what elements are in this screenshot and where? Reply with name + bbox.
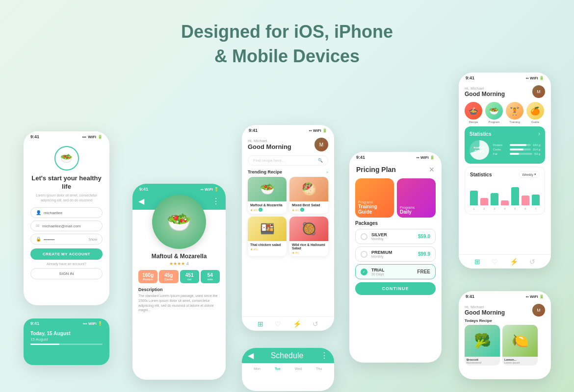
stats-activity-icon[interactable]: ⚡ (510, 258, 518, 266)
schedule-tue[interactable]: Tue (268, 366, 287, 372)
trial-period: 30 Days (371, 272, 417, 276)
heart-nav-icon[interactable]: ♡ (275, 320, 281, 328)
lemon-card[interactable]: 🍋 Lemon... Lorem ipsum (502, 325, 538, 366)
trial-name: TRIAL (371, 268, 417, 272)
food-stars: ★★★★ 4 (138, 261, 220, 266)
program-label: Program (485, 121, 503, 123)
show-password-button[interactable]: Show (88, 238, 97, 241)
today-title: Today, 15 August (30, 331, 103, 336)
lock-icon: 🔒 (36, 237, 41, 242)
stats-chart (470, 181, 540, 205)
schedule-title: Schedule (271, 351, 304, 360)
recipe-name-1: Maftoul & Mozarella (250, 203, 284, 207)
phone-schedule: ◀ Schedule ⋮ Mon Tue Wed Thu (242, 348, 334, 391)
premium-period: Monthly (371, 255, 418, 258)
schedule-thu[interactable]: Thu (310, 366, 328, 372)
trial-plan[interactable]: ✓ TRIAL 30 Days FREE (355, 264, 436, 279)
pricing-header: Pricing Plan ✕ (349, 161, 442, 178)
carbs-stat: 45g Carbs (159, 270, 178, 283)
weekly-filter[interactable]: Weekly ▾ (519, 171, 540, 178)
search-icon: 🔍 (318, 158, 323, 163)
morning2-avatar: M (532, 304, 545, 317)
login-icon: 🥗 (54, 146, 79, 171)
silver-radio[interactable] (361, 233, 367, 240)
recipe-avatar: M (314, 138, 328, 151)
phone-pricing: 9:41 ▪▪ WiFi 🔋 Pricing Plan ✕ Programs T… (349, 152, 442, 363)
premium-radio[interactable] (361, 251, 367, 258)
lemon-label: Lemon... Lorem ipsum (502, 357, 538, 366)
profile-nav-icon[interactable]: ↺ (313, 320, 318, 328)
close-button[interactable]: ✕ (429, 166, 435, 173)
nutrition-arrow[interactable]: › (538, 130, 540, 137)
category-guide[interactable]: 🍊 Guide (526, 102, 544, 123)
schedule-wed[interactable]: Wed (289, 366, 308, 372)
recipe-label: Recipe (465, 121, 482, 123)
lemon-img: 🍋 (502, 325, 538, 357)
email-field[interactable]: ✉ michaellee@mail.com (30, 220, 103, 231)
schedule-more-icon[interactable]: ⋮ (320, 351, 328, 360)
back-icon[interactable]: ◀ (138, 196, 144, 206)
daily-card[interactable]: Programs Daily (397, 178, 436, 218)
morning2-greeting: Hi, Michael (465, 305, 505, 309)
recipe-card-2[interactable]: 🥙 Mixed Best Salad ★ 4½ › (289, 177, 328, 214)
phone-details: 9:41 ▪▪ WiFi 🔋 ◀ Details ⋮ 🥗 Maftoul & M… (132, 184, 226, 380)
activity-nav-icon[interactable]: ⚡ (293, 320, 301, 328)
more-icon[interactable]: ⋮ (212, 196, 220, 206)
stats-categories: 🍲 Recipe 🥗 Program 🏋 Training 🍊 Guide (459, 100, 551, 126)
silver-name: SILVER (371, 232, 418, 237)
schedule-back-icon[interactable]: ◀ (248, 351, 254, 360)
card2-label: Programs (400, 206, 415, 209)
home-nav-icon[interactable]: ⊞ (258, 320, 263, 328)
continue-button[interactable]: CONTINUE (355, 282, 436, 295)
guide-label: Guide (526, 121, 544, 123)
recipe-name-4: Wild rice & Halloumi Salad (292, 243, 326, 250)
premium-plan[interactable]: PREMIUM Monthly $99.9 (355, 246, 436, 262)
recipe-card-4[interactable]: 🥘 Wild rice & Halloumi Salad ★ 4½ (289, 217, 328, 256)
stats-heart-icon[interactable]: ♡ (492, 258, 498, 266)
minutes-stat: 54 min (201, 270, 220, 283)
signin-button[interactable]: SIGN IN (30, 268, 103, 279)
silver-plan[interactable]: SILVER Monthly $59.0 (355, 229, 436, 244)
food-image: 🥗 (152, 195, 206, 249)
phone-stats: 9:41 ▪▪ WiFi 🔋 Hi, Michael Good Morning … (459, 73, 551, 269)
desc-text: The standard Lorem Ipsum passage, used s… (138, 294, 220, 313)
recipe-rating-3: ★ 4½ (250, 247, 284, 251)
silver-period: Monthly (371, 237, 418, 241)
recipe-card-1[interactable]: 🥗 Maftoul & Mozarella ★ 4½ › (248, 177, 287, 214)
training-label: Training (506, 121, 523, 123)
recipe-rating-2: ★ 4½ › (292, 208, 326, 212)
category-training[interactable]: 🏋 Training (506, 102, 523, 123)
schedule-mon[interactable]: Mon (248, 366, 266, 372)
protein-stat: 160g Protein (138, 270, 157, 283)
trial-radio[interactable]: ✓ (361, 269, 367, 275)
recipe-rating-4: ★ 4½ (292, 251, 326, 254)
training-guide-card[interactable]: Programs Training Guide (355, 178, 394, 218)
stats-home-icon[interactable]: ⊞ (474, 258, 480, 266)
stats-header: Hi, Michael Good Morning M (459, 81, 551, 100)
stats-avatar: M (532, 85, 545, 98)
premium-price: $99.9 (418, 251, 430, 257)
login-title: Let's start your healthy life (30, 174, 103, 191)
password-field[interactable]: 🔒 •••••••• Show (30, 234, 103, 245)
nutrition-title: Statistics (470, 131, 491, 137)
user-icon: 👤 (36, 210, 41, 215)
trending-more[interactable]: > (326, 171, 328, 174)
category-program[interactable]: 🥗 Program (485, 102, 503, 123)
statusbar-pricing: 9:41 ▪▪ WiFi 🔋 (349, 152, 442, 161)
program-icon: 🥗 (485, 102, 503, 120)
chart-bar-1 (470, 191, 478, 205)
recipe-search[interactable]: Find recipe here... 🔍 (248, 155, 328, 166)
statusbar-morning2: 9:41 ▪▪ WiFi 🔋 (459, 291, 551, 300)
pricing-packages: Packages SILVER Monthly $59.0 PREMIUM Mo… (349, 220, 442, 279)
username-field[interactable]: 👤 michaellee (30, 207, 103, 218)
chart-bar-6 (522, 196, 529, 205)
recipe-greeting: Hi, Michael (248, 139, 291, 143)
stats-refresh-icon[interactable]: ↺ (529, 258, 535, 266)
today-subtitle: 15 August (30, 337, 103, 342)
broccoli-card[interactable]: 🥦 Broccoli Recommend (465, 325, 500, 366)
stats-nutrition-section: Statistics › kcal left 2145 Protein 160 … (465, 126, 545, 164)
recipe-card-3[interactable]: 🍱 Thai chicken salad ★ 4½ (248, 217, 287, 256)
category-recipe[interactable]: 🍲 Recipe (465, 102, 482, 123)
recipe-goodmorning: Good Morning (248, 143, 291, 150)
create-account-button[interactable]: CREATE MY ACCOUNT (30, 248, 103, 260)
